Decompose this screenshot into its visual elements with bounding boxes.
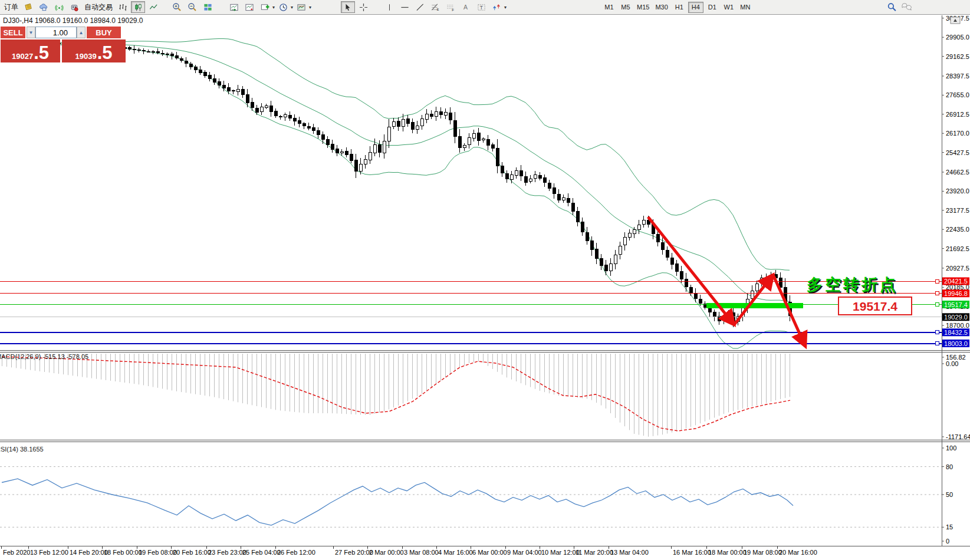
cursor-icon[interactable] <box>341 1 355 13</box>
svg-text:25427.5: 25427.5 <box>946 149 969 156</box>
shapes-dropdown-icon[interactable]: ▾ <box>504 5 507 10</box>
label-icon[interactable]: T <box>474 1 488 13</box>
svg-text:100: 100 <box>946 444 956 452</box>
candle-chart-icon[interactable] <box>131 1 145 13</box>
svg-text:F: F <box>452 7 454 11</box>
indicator-window-icon[interactable] <box>227 1 241 13</box>
timeframe-w1[interactable]: W1 <box>721 2 736 13</box>
template-dropdown-icon[interactable]: ▾ <box>309 5 311 10</box>
period-clock-icon[interactable] <box>276 1 290 13</box>
svg-text:13 Feb 12:00: 13 Feb 12:00 <box>30 549 68 556</box>
timeframe-h4[interactable]: H4 <box>688 2 703 13</box>
volume-increase-button[interactable]: ▲ <box>77 27 86 38</box>
timeframe-mn[interactable]: MN <box>738 2 753 13</box>
svg-text:3 Mar 08:00: 3 Mar 08:00 <box>404 549 439 556</box>
main-toolbar: 订单 自动交易 ▾ ▾ ▾ <box>0 0 970 15</box>
timeframe-m5[interactable]: M5 <box>618 2 633 13</box>
svg-text:50: 50 <box>946 491 953 498</box>
chat-icon[interactable] <box>900 1 914 13</box>
svg-text:16 Mar 16:00: 16 Mar 16:00 <box>673 549 711 556</box>
svg-text:19 Mar 08:00: 19 Mar 08:00 <box>744 549 782 556</box>
buy-price-pips: .5 <box>97 45 113 61</box>
trendline-icon[interactable] <box>413 1 427 13</box>
signal-icon[interactable] <box>52 1 66 13</box>
bar-chart-icon[interactable] <box>116 1 130 13</box>
svg-text:18 Mar 00:00: 18 Mar 00:00 <box>708 549 747 556</box>
svg-text:18003.0: 18003.0 <box>944 340 968 347</box>
svg-text:T: T <box>479 4 482 10</box>
svg-text:20927.5: 20927.5 <box>946 265 969 272</box>
svg-text:26 Feb 12:00: 26 Feb 12:00 <box>277 549 315 556</box>
svg-text:-1171.64: -1171.64 <box>946 433 970 440</box>
svg-text:23 Feb 23:00: 23 Feb 23:00 <box>208 549 246 556</box>
chart-canvas[interactable]: 30647.529905.029162.528397.527655.026912… <box>0 0 970 560</box>
buy-price-main: 19039 <box>75 52 96 61</box>
svg-text:6 Mar 00:00: 6 Mar 00:00 <box>472 549 507 556</box>
svg-text:20 Feb 16:00: 20 Feb 16:00 <box>173 549 211 556</box>
crosshair-icon[interactable] <box>356 1 370 13</box>
svg-text:Feb 2020: Feb 2020 <box>3 549 30 556</box>
rsi-label: RSI(14) 38.1655 <box>0 446 44 453</box>
timeframe-m1[interactable]: M1 <box>601 2 617 13</box>
svg-text:26912.5: 26912.5 <box>946 111 969 118</box>
svg-text:20421.5: 20421.5 <box>944 278 968 285</box>
notepad-icon[interactable] <box>21 1 35 13</box>
price-callout-value: 19517.4 <box>853 299 897 313</box>
timeframe-d1[interactable]: D1 <box>705 2 720 13</box>
svg-text:29905.0: 29905.0 <box>946 34 969 41</box>
period-dropdown-icon[interactable]: ▾ <box>291 5 293 10</box>
svg-text:26170.0: 26170.0 <box>946 130 969 137</box>
sell-price-display[interactable]: 19027 .5 <box>1 39 60 62</box>
sell-button[interactable]: SELL <box>1 27 25 38</box>
fibonacci-icon[interactable]: E <box>428 1 442 13</box>
timeframe-bar: M1M5M15M30H1H4D1W1MN <box>601 0 753 14</box>
svg-text:18 Feb 00:00: 18 Feb 00:00 <box>104 549 142 556</box>
svg-text:18432.5: 18432.5 <box>944 329 968 336</box>
svg-text:10 Mar 12:00: 10 Mar 12:00 <box>541 549 580 556</box>
svg-text:21692.5: 21692.5 <box>946 245 969 252</box>
svg-text:29162.5: 29162.5 <box>946 53 969 60</box>
svg-text:2 Mar 00:00: 2 Mar 00:00 <box>369 549 404 556</box>
search-icon[interactable] <box>884 1 899 13</box>
chart-template-icon[interactable] <box>294 1 308 13</box>
svg-text:27 Feb 20:00: 27 Feb 20:00 <box>335 549 373 556</box>
volume-decrease-button[interactable]: ▼ <box>27 27 35 38</box>
buy-price-display[interactable]: 19039 .5 <box>62 39 126 62</box>
autotrade-robot-icon[interactable] <box>67 1 81 13</box>
zoom-out-icon[interactable] <box>185 1 199 13</box>
horizontal-line-icon[interactable] <box>397 1 412 13</box>
svg-text:19029.0: 19029.0 <box>944 314 968 321</box>
orders-button[interactable]: 订单 <box>2 2 20 12</box>
grid-icon[interactable]: F <box>443 1 458 13</box>
text-icon[interactable]: A <box>459 1 473 13</box>
add-indicator-icon[interactable] <box>258 1 272 13</box>
zoom-in-icon[interactable] <box>170 1 184 13</box>
svg-text:22435.0: 22435.0 <box>946 226 969 233</box>
timeframe-m30[interactable]: M30 <box>653 2 670 13</box>
svg-text:23920.0: 23920.0 <box>946 187 969 195</box>
chart-scroll-up-button[interactable] <box>951 17 960 24</box>
indicator-window2-icon[interactable] <box>242 1 257 13</box>
vertical-line-icon[interactable] <box>382 1 396 13</box>
svg-text:0: 0 <box>946 538 949 545</box>
buy-button[interactable]: BUY <box>87 27 121 38</box>
svg-text:0.00: 0.00 <box>946 360 958 367</box>
autotrade-button[interactable]: 自动交易 <box>83 2 114 12</box>
svg-text:E: E <box>437 8 439 11</box>
line-chart-icon[interactable] <box>146 1 160 13</box>
svg-text:A: A <box>463 4 468 11</box>
svg-text:14 Feb 20:00: 14 Feb 20:00 <box>70 549 108 556</box>
sell-price-main: 19027 <box>12 52 33 61</box>
add-indicator-dropdown-icon[interactable]: ▾ <box>272 5 275 10</box>
mt4-window: 订单 自动交易 ▾ ▾ ▾ <box>0 0 970 560</box>
cloud-icon[interactable] <box>37 1 51 13</box>
timeframe-m15[interactable]: M15 <box>634 2 652 13</box>
tile-windows-icon[interactable] <box>200 1 215 13</box>
shapes-icon[interactable] <box>489 1 504 13</box>
volume-input[interactable]: 1.00 <box>35 27 77 38</box>
svg-text:19 Feb 08:00: 19 Feb 08:00 <box>139 549 177 556</box>
price-callout-box[interactable]: 19517.4 <box>839 297 912 315</box>
svg-text:20 Mar 16:00: 20 Mar 16:00 <box>779 549 817 556</box>
timeframe-h1[interactable]: H1 <box>672 2 687 13</box>
one-click-trading-panel: SELL ▼ 1.00 ▲ BUY 19027 .5 19039 .5 <box>1 27 126 62</box>
